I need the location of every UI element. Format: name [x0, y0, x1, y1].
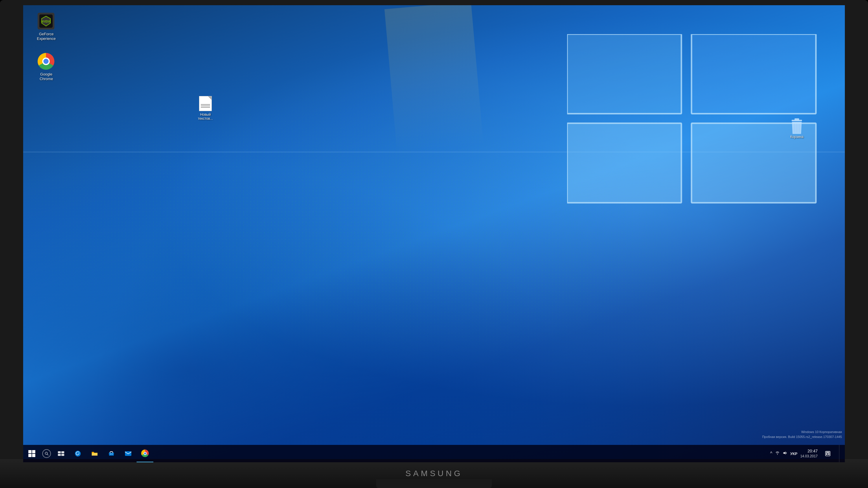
show-desktop-button[interactable] [839, 445, 842, 462]
desktop-recycle-bin[interactable]: Корзина [789, 118, 804, 139]
svg-rect-15 [32, 454, 35, 457]
recycle-bin-label: Корзина [790, 135, 804, 139]
chrome-icon [38, 53, 55, 70]
taskbar-edge[interactable] [69, 445, 86, 462]
build-info-line1: Windows 10 Корпоративная [762, 429, 842, 434]
clock-date: 14.03.2017 [800, 454, 818, 459]
clock-time: 20:47 [808, 448, 818, 454]
svg-rect-14 [28, 454, 32, 457]
network-icon[interactable] [775, 451, 780, 456]
taskbar-file-explorer[interactable] [86, 445, 103, 462]
desktop-icons-area: NVIDIA GeForceExperience GoogleChrome [32, 11, 61, 83]
wallpaper: NVIDIA GeForceExperience GoogleChrome [23, 5, 845, 462]
desktop-icon-geforce[interactable]: NVIDIA GeForceExperience [32, 11, 61, 42]
build-info-line2: Пробная версия. Build 15055.rs2_release.… [762, 434, 842, 440]
taskbar-mail[interactable] [120, 445, 136, 462]
monitor: NVIDIA GeForceExperience GoogleChrome [0, 0, 868, 488]
chrome-label: GoogleChrome [40, 72, 53, 81]
volume-icon[interactable] [783, 451, 787, 456]
svg-rect-8 [795, 118, 799, 120]
light-ray [384, 5, 484, 153]
taskbar-store[interactable] [103, 445, 120, 462]
windows-logo-background [567, 34, 828, 222]
svg-rect-20 [58, 454, 61, 456]
svg-rect-21 [61, 454, 64, 456]
svg-point-16 [45, 452, 48, 454]
search-button[interactable] [40, 445, 53, 462]
action-center-button[interactable] [820, 445, 835, 462]
svg-rect-13 [32, 450, 35, 453]
svg-rect-1 [691, 34, 816, 114]
geforce-label: GeForceExperience [37, 32, 56, 41]
task-view-button[interactable] [53, 445, 69, 462]
svg-text:NVIDIA: NVIDIA [41, 20, 51, 23]
desktop-file[interactable]: Новыйтекстов... [197, 95, 214, 122]
svg-rect-28 [826, 452, 830, 453]
tray-expand-button[interactable]: ^ [770, 451, 773, 456]
system-tray: ^ [770, 445, 845, 462]
file-label: Новыйтекстов... [198, 112, 213, 121]
svg-line-9 [794, 124, 795, 132]
svg-rect-18 [58, 451, 61, 453]
build-info: Windows 10 Корпоративная Пробная версия.… [762, 429, 842, 439]
svg-rect-22 [110, 454, 111, 454]
svg-rect-12 [28, 450, 32, 453]
geforce-icon: NVIDIA [38, 13, 55, 30]
svg-rect-19 [61, 451, 64, 453]
language-indicator[interactable]: УКР [790, 452, 797, 456]
monitor-stand [376, 479, 492, 488]
screen: NVIDIA GeForceExperience GoogleChrome [23, 5, 845, 462]
clock[interactable]: 20:47 14.03.2017 [800, 448, 818, 459]
monitor-brand-label: SAMSUNG [405, 469, 463, 478]
text-file-icon [199, 96, 212, 111]
recycle-bin-icon [789, 118, 804, 135]
start-button[interactable] [23, 445, 40, 462]
svg-line-17 [47, 454, 48, 455]
taskbar: ^ [23, 445, 845, 462]
svg-rect-23 [112, 454, 113, 454]
svg-rect-27 [828, 453, 830, 455]
taskbar-chrome[interactable] [136, 445, 153, 462]
svg-rect-26 [826, 453, 828, 455]
svg-rect-2 [567, 123, 681, 203]
desktop-icon-chrome[interactable]: GoogleChrome [32, 51, 61, 83]
svg-rect-0 [567, 34, 681, 114]
svg-rect-24 [125, 451, 131, 456]
